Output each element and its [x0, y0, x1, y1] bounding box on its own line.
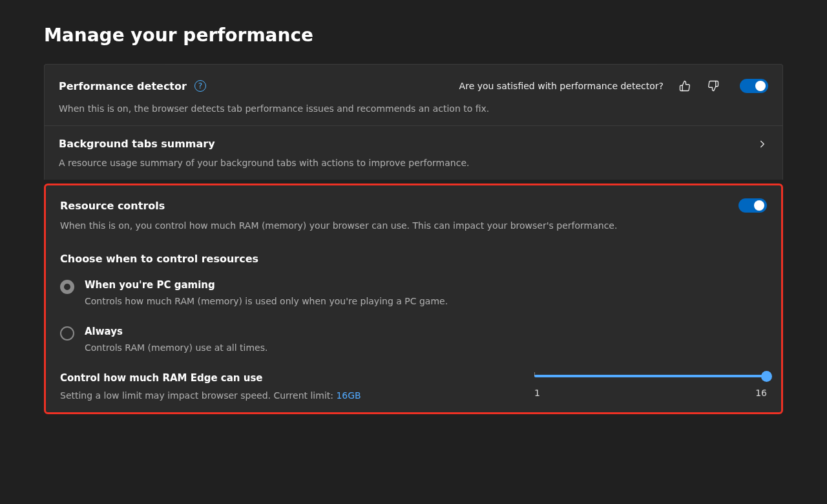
resource-controls-title: Resource controls	[60, 200, 165, 212]
slider-max-label: 16	[755, 388, 767, 398]
ram-slider-desc-text: Setting a low limit may impact browser s…	[60, 390, 336, 401]
option-always-desc: Controls RAM (memory) use at all times.	[85, 342, 267, 353]
resource-controls-section: Resource controls When this is on, you c…	[44, 184, 783, 414]
thumbs-up-icon[interactable]	[675, 76, 695, 96]
option-always-title: Always	[85, 326, 267, 337]
ram-slider-desc: Setting a low limit may impact browser s…	[60, 390, 503, 401]
thumbs-down-icon[interactable]	[704, 76, 723, 96]
option-pc-gaming[interactable]: When you're PC gaming Controls how much …	[60, 279, 767, 306]
option-pc-gaming-desc: Controls how much RAM (memory) is used o…	[85, 296, 448, 306]
chevron-right-icon	[757, 138, 768, 150]
slider-min-label: 1	[534, 388, 540, 398]
performance-detector-card: Performance detector ? Are you satisfied…	[44, 64, 783, 125]
resource-controls-toggle[interactable]	[738, 198, 767, 213]
performance-detector-title: Performance detector	[59, 80, 187, 92]
page-title: Manage your performance	[44, 25, 783, 46]
ram-current-limit[interactable]: 16GB	[336, 390, 361, 401]
feedback-question: Are you satisfied with performance detec…	[459, 81, 664, 91]
resource-controls-desc: When this is on, you control how much RA…	[60, 220, 767, 231]
radio-unselected-icon	[60, 326, 74, 341]
background-tabs-title: Background tabs summary	[59, 138, 215, 150]
radio-selected-icon	[60, 280, 74, 294]
background-tabs-card[interactable]: Background tabs summary A resource usage…	[44, 125, 783, 180]
background-tabs-desc: A resource usage summary of your backgro…	[59, 158, 768, 168]
slider-thumb-icon[interactable]	[761, 371, 772, 382]
choose-when-heading: Choose when to control resources	[60, 253, 767, 265]
ram-slider-title: Control how much RAM Edge can use	[60, 372, 503, 384]
ram-slider[interactable]: 1 16	[534, 372, 767, 398]
performance-detector-desc: When this is on, the browser detects tab…	[59, 103, 768, 114]
option-pc-gaming-title: When you're PC gaming	[85, 279, 448, 291]
help-icon[interactable]: ?	[194, 80, 206, 92]
performance-detector-toggle[interactable]	[740, 79, 768, 93]
option-always[interactable]: Always Controls RAM (memory) use at all …	[60, 326, 767, 353]
